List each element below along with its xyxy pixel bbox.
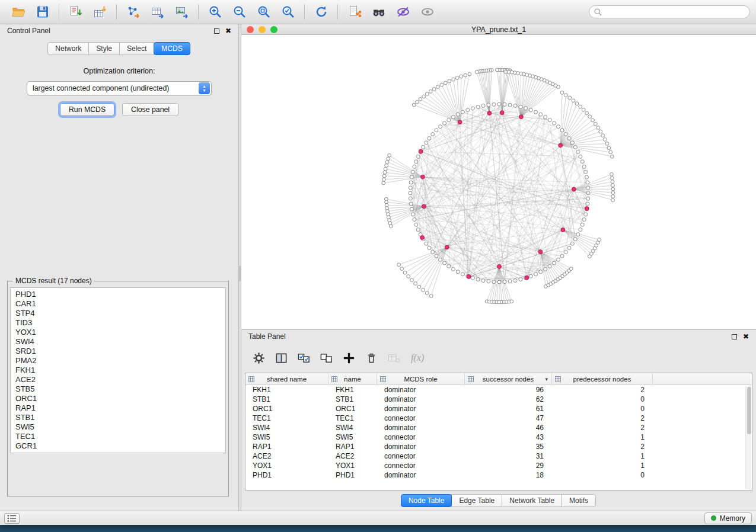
mcds-result-item[interactable]: PHD1	[11, 290, 225, 299]
table-cell: 0	[552, 395, 653, 404]
search-network-icon[interactable]	[366, 2, 391, 21]
mcds-result-item[interactable]: STB1	[11, 413, 225, 422]
network-window: YPA_prune.txt_1	[241, 24, 756, 329]
tab-network-table[interactable]: Network Table	[502, 494, 562, 507]
mcds-result-item[interactable]: GCR1	[11, 441, 225, 451]
tab-mcds[interactable]: MCDS	[154, 42, 190, 55]
mcds-result-item[interactable]: ORC1	[11, 394, 225, 403]
close-panel-button[interactable]: Close panel	[122, 103, 178, 116]
export-table-icon[interactable]	[145, 2, 170, 21]
save-session-icon[interactable]	[30, 2, 55, 21]
function-builder-icon[interactable]: f(x)	[411, 352, 424, 363]
table-row[interactable]: ACE2ACE2connector311	[245, 451, 752, 461]
mcds-result-item[interactable]: TEC1	[11, 432, 225, 441]
tab-network[interactable]: Network	[47, 42, 89, 55]
column-header-predecessor-nodes[interactable]: predecessor nodes	[552, 373, 653, 384]
close-panel-icon[interactable]: ✖	[225, 27, 231, 34]
show-columns-icon[interactable]	[273, 350, 289, 366]
share-document-icon[interactable]	[342, 2, 366, 21]
table-cell: dominator	[377, 442, 465, 451]
table-row[interactable]: SWI4SWI4dominator462	[245, 423, 752, 432]
column-header-MCDS-role[interactable]: MCDS role	[377, 373, 465, 384]
column-grid-icon	[331, 376, 337, 383]
delete-column-icon[interactable]	[363, 350, 379, 366]
table-row[interactable]: ORC1ORC1dominator610	[245, 404, 752, 414]
tab-node-table[interactable]: Node Table	[401, 494, 452, 507]
control-panel: Control Panel ✖ NetworkStyleSelectMCDS O…	[0, 24, 238, 511]
table-row[interactable]: RAP1RAP1dominator352	[245, 442, 752, 451]
deselect-all-rows-icon[interactable]	[318, 350, 334, 366]
table-row[interactable]: YOX1YOX1connector291	[245, 461, 752, 470]
table-cell: 35	[465, 442, 552, 451]
mcds-result-item[interactable]: YOX1	[11, 328, 225, 337]
close-table-panel-icon[interactable]: ✖	[743, 333, 749, 340]
tab-edge-table[interactable]: Edge Table	[451, 494, 502, 507]
column-header-successor-nodes[interactable]: successor nodes▾	[465, 373, 552, 384]
table-row[interactable]: TEC1TEC1connector472	[245, 414, 752, 423]
import-table-icon[interactable]	[88, 2, 112, 21]
mcds-result-item[interactable]: TID3	[11, 318, 225, 328]
column-header-name[interactable]: name	[328, 373, 377, 384]
mcds-result-item[interactable]: RAP1	[11, 403, 225, 413]
table-row[interactable]: PHD1PHD1dominator180	[245, 470, 752, 480]
table-cell: SWI4	[328, 423, 377, 432]
maximize-window-button[interactable]	[270, 26, 277, 33]
network-window-titlebar[interactable]: YPA_prune.txt_1	[241, 24, 756, 35]
add-column-icon[interactable]	[341, 350, 357, 366]
main-toolbar	[0, 0, 756, 24]
table-row[interactable]: STB1STB1dominator620	[245, 395, 752, 404]
run-mcds-button[interactable]: Run MCDS	[60, 103, 114, 116]
zoom-in-icon[interactable]	[203, 2, 227, 21]
table-cell: connector	[377, 461, 465, 470]
show-graphics-details-icon[interactable]	[415, 2, 439, 21]
mcds-result-item[interactable]: SWI4	[11, 337, 225, 347]
search-box[interactable]	[589, 5, 750, 18]
table-cell: 1	[552, 451, 653, 461]
refresh-view-icon[interactable]	[309, 2, 333, 21]
minimize-window-button[interactable]	[259, 26, 266, 33]
table-row[interactable]: SWI5SWI5connector431	[245, 432, 752, 442]
table-cell: connector	[377, 414, 465, 423]
network-view[interactable]	[241, 35, 756, 329]
zoom-out-icon[interactable]	[227, 2, 251, 21]
table-scrollbar[interactable]	[745, 386, 751, 489]
mcds-result-item[interactable]: STB5	[11, 384, 225, 394]
tab-style[interactable]: Style	[88, 42, 120, 55]
table-settings-gear-icon[interactable]	[251, 350, 267, 366]
table-scrollbar-thumb[interactable]	[747, 387, 751, 434]
column-header-shared-name[interactable]: shared name	[245, 373, 328, 384]
mcds-result-item[interactable]: STP4	[11, 309, 225, 318]
tab-select[interactable]: Select	[119, 42, 154, 55]
import-network-icon[interactable]	[63, 2, 88, 21]
table-toolbar: f(x)	[241, 343, 756, 373]
optimization-dropdown[interactable]: largest connected component (undirected)…	[27, 81, 212, 95]
memory-button[interactable]: Memory	[704, 512, 752, 524]
mcds-result-item[interactable]: SRD1	[11, 347, 225, 356]
mcds-result-item[interactable]: SWI5	[11, 422, 225, 432]
column-grid-icon	[468, 376, 474, 383]
float-panel-icon[interactable]	[214, 28, 219, 34]
mcds-result-item[interactable]: CAR1	[11, 299, 225, 309]
select-all-rows-icon[interactable]	[296, 350, 312, 366]
column-grid-icon	[380, 376, 386, 383]
mcds-result-item[interactable]: ACE2	[11, 375, 225, 384]
export-image-icon[interactable]	[170, 2, 194, 21]
zoom-selected-icon[interactable]	[276, 2, 300, 21]
delete-table-icon	[386, 350, 402, 366]
panel-list-button[interactable]	[4, 513, 20, 524]
table-cell: 1	[552, 461, 653, 470]
table-row[interactable]: FKH1FKH1dominator962	[245, 385, 752, 395]
mcds-result-item[interactable]: FKH1	[11, 366, 225, 375]
mcds-result-item[interactable]: PMA2	[11, 356, 225, 366]
search-input[interactable]	[602, 7, 749, 17]
mcds-result-list[interactable]: PHD1CAR1STP4TID3YOX1SWI4SRD1PMA2FKH1ACE2…	[10, 287, 226, 453]
zoom-fit-icon[interactable]	[251, 2, 276, 21]
open-file-icon[interactable]	[6, 2, 30, 21]
hide-graphics-details-icon[interactable]	[391, 2, 415, 21]
float-table-panel-icon[interactable]	[732, 334, 737, 339]
desktop-background: Control Panel ✖ NetworkStyleSelectMCDS O…	[0, 0, 756, 532]
export-network-icon[interactable]	[121, 2, 145, 21]
column-grid-icon	[248, 376, 254, 383]
tab-motifs[interactable]: Motifs	[562, 494, 596, 507]
close-window-button[interactable]	[247, 26, 254, 33]
